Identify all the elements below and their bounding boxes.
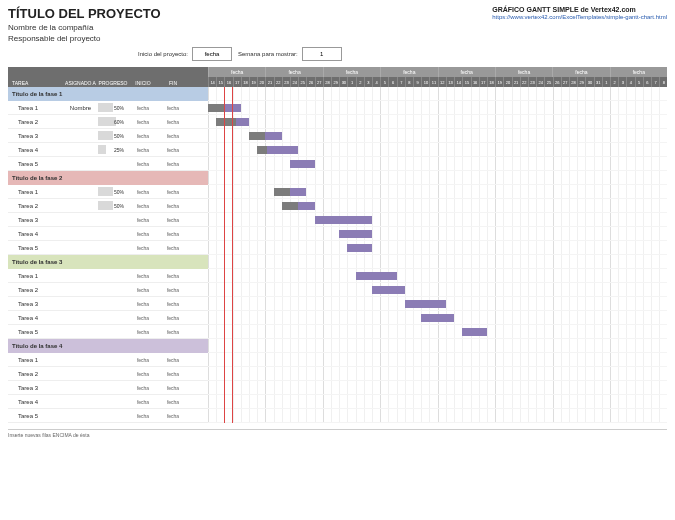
gantt-bar-remaining[interactable] (405, 300, 446, 308)
gantt-bar-remaining[interactable] (315, 216, 372, 224)
task-end-date[interactable]: fecha (158, 245, 188, 251)
task-start-date[interactable]: fecha (128, 147, 158, 153)
task-end-date[interactable]: fecha (158, 161, 188, 167)
task-name[interactable]: Tarea 3 (8, 217, 63, 223)
gantt-bar-done[interactable] (249, 132, 265, 140)
gantt-bar-remaining[interactable] (267, 146, 298, 154)
task-name[interactable]: Tarea 1 (8, 357, 63, 363)
gantt-bar-remaining[interactable] (224, 104, 240, 112)
task-start-date[interactable]: fecha (128, 119, 158, 125)
task-start-date[interactable]: fecha (128, 329, 158, 335)
task-progress[interactable] (98, 409, 128, 422)
task-end-date[interactable]: fecha (158, 189, 188, 195)
task-end-date[interactable]: fecha (158, 357, 188, 363)
task-progress[interactable] (98, 269, 128, 282)
gantt-bar-remaining[interactable] (356, 272, 397, 280)
task-name[interactable]: Tarea 4 (8, 231, 63, 237)
task-progress[interactable] (98, 367, 128, 380)
task-name[interactable]: Tarea 3 (8, 385, 63, 391)
task-start-date[interactable]: fecha (128, 357, 158, 363)
gantt-bar-remaining[interactable] (421, 314, 454, 322)
task-progress[interactable] (98, 213, 128, 226)
task-start-date[interactable]: fecha (128, 399, 158, 405)
task-name[interactable]: Tarea 5 (8, 329, 63, 335)
task-start-date[interactable]: fecha (128, 161, 158, 167)
task-progress[interactable]: 50% (98, 129, 128, 142)
gantt-bar-done[interactable] (257, 146, 267, 154)
gantt-bar-remaining[interactable] (372, 286, 405, 294)
gantt-bar-remaining[interactable] (339, 230, 372, 238)
task-name[interactable]: Tarea 3 (8, 301, 63, 307)
task-end-date[interactable]: fecha (158, 133, 188, 139)
task-end-date[interactable]: fecha (158, 413, 188, 419)
gantt-bar-remaining[interactable] (347, 244, 372, 252)
task-start-date[interactable]: fecha (128, 371, 158, 377)
task-name[interactable]: Tarea 2 (8, 119, 63, 125)
task-name[interactable]: Tarea 4 (8, 315, 63, 321)
task-start-date[interactable]: fecha (128, 245, 158, 251)
task-end-date[interactable]: fecha (158, 385, 188, 391)
task-name[interactable]: Tarea 4 (8, 147, 63, 153)
task-start-date[interactable]: fecha (128, 189, 158, 195)
project-start-input[interactable]: fecha (192, 47, 232, 61)
task-progress[interactable] (98, 241, 128, 254)
gantt-bar-done[interactable] (208, 104, 224, 112)
gantt-bar-done[interactable] (274, 188, 290, 196)
gantt-bar-remaining[interactable] (462, 328, 487, 336)
task-progress[interactable] (98, 381, 128, 394)
task-end-date[interactable]: fecha (158, 217, 188, 223)
gantt-bar-done[interactable] (282, 202, 298, 210)
task-start-date[interactable]: fecha (128, 231, 158, 237)
gantt-bar-remaining[interactable] (265, 132, 281, 140)
gantt-bar-remaining[interactable] (298, 202, 314, 210)
task-progress[interactable]: 50% (98, 199, 128, 212)
task-start-date[interactable]: fecha (128, 413, 158, 419)
task-start-date[interactable]: fecha (128, 287, 158, 293)
task-progress[interactable] (98, 157, 128, 170)
gantt-bar-remaining[interactable] (236, 118, 249, 126)
gantt-bar-remaining[interactable] (290, 160, 315, 168)
task-name[interactable]: Tarea 3 (8, 133, 63, 139)
task-start-date[interactable]: fecha (128, 203, 158, 209)
task-end-date[interactable]: fecha (158, 231, 188, 237)
task-progress[interactable]: 50% (98, 185, 128, 198)
gantt-bar-remaining[interactable] (290, 188, 306, 196)
task-assigned[interactable]: Nombre (63, 105, 98, 111)
task-start-date[interactable]: fecha (128, 105, 158, 111)
task-name[interactable]: Tarea 5 (8, 245, 63, 251)
task-name[interactable]: Tarea 2 (8, 287, 63, 293)
task-progress[interactable] (98, 227, 128, 240)
task-end-date[interactable]: fecha (158, 273, 188, 279)
task-end-date[interactable]: fecha (158, 301, 188, 307)
task-end-date[interactable]: fecha (158, 287, 188, 293)
task-name[interactable]: Tarea 2 (8, 371, 63, 377)
task-progress[interactable] (98, 297, 128, 310)
task-start-date[interactable]: fecha (128, 133, 158, 139)
task-progress[interactable] (98, 325, 128, 338)
task-name[interactable]: Tarea 5 (8, 161, 63, 167)
task-end-date[interactable]: fecha (158, 105, 188, 111)
task-name[interactable]: Tarea 2 (8, 203, 63, 209)
task-start-date[interactable]: fecha (128, 301, 158, 307)
task-end-date[interactable]: fecha (158, 147, 188, 153)
task-end-date[interactable]: fecha (158, 203, 188, 209)
task-progress[interactable] (98, 353, 128, 366)
task-progress[interactable]: 50% (98, 101, 128, 114)
task-start-date[interactable]: fecha (128, 315, 158, 321)
task-name[interactable]: Tarea 4 (8, 399, 63, 405)
task-end-date[interactable]: fecha (158, 329, 188, 335)
task-end-date[interactable]: fecha (158, 399, 188, 405)
task-start-date[interactable]: fecha (128, 217, 158, 223)
task-name[interactable]: Tarea 1 (8, 189, 63, 195)
week-display-input[interactable]: 1 (302, 47, 342, 61)
task-end-date[interactable]: fecha (158, 315, 188, 321)
gantt-bar-done[interactable] (216, 118, 236, 126)
task-name[interactable]: Tarea 5 (8, 413, 63, 419)
task-progress[interactable] (98, 395, 128, 408)
task-name[interactable]: Tarea 1 (8, 273, 63, 279)
task-name[interactable]: Tarea 1 (8, 105, 63, 111)
task-progress[interactable]: 60% (98, 115, 128, 128)
task-progress[interactable] (98, 283, 128, 296)
task-progress[interactable]: 25% (98, 143, 128, 156)
task-start-date[interactable]: fecha (128, 273, 158, 279)
